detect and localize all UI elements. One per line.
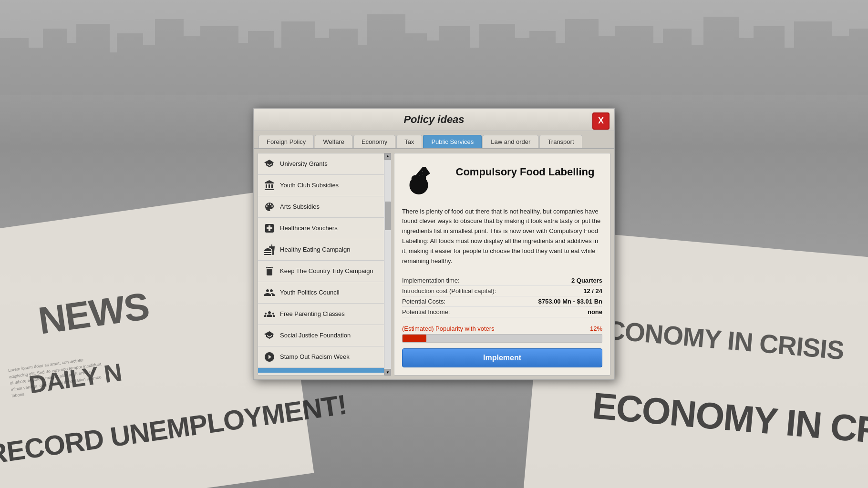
popularity-label-row: (Estimated) Popularity with voters 12% <box>402 325 602 332</box>
policy-item-social-justice-foundation[interactable]: Social Justice Foundation <box>258 325 384 346</box>
youth-club-subsidies-icon <box>263 179 276 192</box>
tab-economy[interactable]: Economy <box>353 135 395 148</box>
free-parenting-classes-icon <box>263 307 276 321</box>
social-justice-foundation-label: Social Justice Foundation <box>280 332 351 339</box>
intro-cost-label: Introduction cost (Political capital): <box>402 287 496 295</box>
svg-marker-46 <box>423 167 430 177</box>
tab-law-and-order[interactable]: Law and order <box>483 135 538 148</box>
healthcare-vouchers-icon <box>263 222 276 235</box>
implementation-time-value: 2 Quarters <box>571 277 602 284</box>
tab-public-services[interactable]: Public Services <box>423 135 482 148</box>
potential-costs-value: $753.00 Mn - $3.01 Bn <box>538 298 602 305</box>
detail-title: Compulsory Food Labelling <box>448 161 602 178</box>
dialog-overlay: Policy ideas X Foreign Policy Welfare Ec… <box>0 0 868 488</box>
dialog-body: University Grants Youth Club Subsidies <box>254 149 614 380</box>
youth-politics-council-icon <box>263 286 276 299</box>
popularity-section: (Estimated) Popularity with voters 12% <box>402 325 602 343</box>
detail-stats: Implementation time: 2 Quarters Introduc… <box>402 275 602 317</box>
arts-subsidies-icon <box>263 200 276 214</box>
keep-tidy-label: Keep The Country Tidy Campaign <box>280 267 373 274</box>
youth-club-subsidies-label: Youth Club Subsidies <box>280 182 339 189</box>
policy-list: University Grants Youth Club Subsidies <box>258 153 384 373</box>
popularity-percent: 12% <box>590 325 602 332</box>
stamp-out-racism-label: Stamp Out Racism Week <box>280 353 350 360</box>
social-justice-foundation-icon <box>263 329 276 342</box>
scroll-track <box>384 160 391 369</box>
healthy-eating-campaign-icon <box>263 243 276 256</box>
policy-item-youth-politics-council[interactable]: Youth Politics Council <box>258 282 384 304</box>
stat-implementation-time: Implementation time: 2 Quarters <box>402 275 602 286</box>
implement-button[interactable]: Implement <box>402 348 602 367</box>
policy-item-keep-tidy[interactable]: Keep The Country Tidy Campaign <box>258 261 384 282</box>
tab-foreign-policy[interactable]: Foreign Policy <box>258 135 314 148</box>
intro-cost-value: 12 / 24 <box>583 287 602 295</box>
healthy-eating-campaign-label: Healthy Eating Campaign <box>280 246 350 253</box>
policy-item-university-grants[interactable]: University Grants <box>258 153 384 175</box>
policy-item-youth-club-subsidies[interactable]: Youth Club Subsidies <box>258 175 384 196</box>
arts-subsidies-label: Arts Subsidies <box>280 203 320 210</box>
potential-income-label: Potential Income: <box>402 308 450 315</box>
detail-policy-icon <box>402 161 440 199</box>
policy-list-container: University Grants Youth Club Subsidies <box>258 153 384 376</box>
scroll-thumb[interactable] <box>385 202 391 230</box>
policy-item-arts-subsidies[interactable]: Arts Subsidies <box>258 196 384 218</box>
policy-item-free-parenting-classes[interactable]: Free Parenting Classes <box>258 304 384 325</box>
close-button[interactable]: X <box>592 112 610 130</box>
potential-income-value: none <box>588 308 602 315</box>
tab-bar: Foreign Policy Welfare Economy Tax Publi… <box>254 131 614 149</box>
policy-list-scrollbar: ▲ ▼ <box>384 153 391 376</box>
potential-costs-label: Potential Costs: <box>402 298 445 305</box>
tab-tax[interactable]: Tax <box>396 135 422 148</box>
policy-item-compulsory-food-labelling[interactable]: Compulsory Food Labelling <box>258 368 384 373</box>
policy-ideas-dialog: Policy ideas X Foreign Policy Welfare Ec… <box>253 108 615 381</box>
compulsory-food-labelling-icon <box>263 372 276 373</box>
keep-tidy-icon <box>263 264 276 278</box>
stamp-out-racism-icon <box>263 350 276 364</box>
popularity-label: (Estimated) Popularity with voters <box>402 325 495 332</box>
scroll-down-button[interactable]: ▼ <box>384 369 391 376</box>
scroll-up-button[interactable]: ▲ <box>384 153 391 160</box>
implementation-time-label: Implementation time: <box>402 277 460 284</box>
policy-item-stamp-out-racism[interactable]: Stamp Out Racism Week <box>258 346 384 368</box>
stat-intro-cost: Introduction cost (Political capital): 1… <box>402 286 602 296</box>
stat-potential-income: Potential Income: none <box>402 307 602 317</box>
policy-list-panel: University Grants Youth Club Subsidies <box>258 153 391 376</box>
popularity-bar-background <box>402 334 602 343</box>
dialog-title-bar: Policy ideas X <box>254 109 614 131</box>
tab-welfare[interactable]: Welfare <box>315 135 352 148</box>
policy-item-healthy-eating-campaign[interactable]: Healthy Eating Campaign <box>258 239 384 261</box>
popularity-bar-fill <box>403 335 426 342</box>
university-grants-icon <box>263 157 276 171</box>
youth-politics-council-label: Youth Politics Council <box>280 289 340 296</box>
free-parenting-classes-label: Free Parenting Classes <box>280 310 345 317</box>
detail-header: Compulsory Food Labelling <box>402 161 602 199</box>
dialog-title: Policy ideas <box>403 113 464 126</box>
policy-item-healthcare-vouchers[interactable]: Healthcare Vouchers <box>258 218 384 239</box>
university-grants-label: University Grants <box>280 160 328 167</box>
healthcare-vouchers-label: Healthcare Vouchers <box>280 224 338 232</box>
policy-detail-panel: Compulsory Food Labelling There is plent… <box>394 153 610 376</box>
tab-transport[interactable]: Transport <box>539 135 582 148</box>
stat-potential-costs: Potential Costs: $753.00 Mn - $3.01 Bn <box>402 296 602 307</box>
detail-description: There is plenty of food out there that i… <box>402 207 602 266</box>
